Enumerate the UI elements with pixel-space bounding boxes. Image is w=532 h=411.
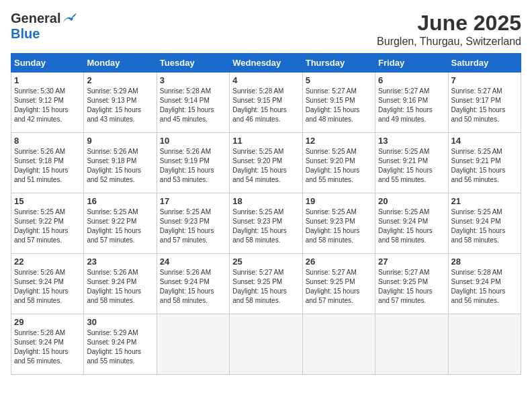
header: General Blue June 2025 Burglen, Thurgau,… — [11, 11, 521, 48]
table-row: 12Sunrise: 5:25 AM Sunset: 9:20 PM Dayli… — [302, 133, 375, 193]
day-number: 5 — [306, 75, 372, 85]
day-number: 1 — [14, 75, 81, 85]
day-number: 19 — [306, 196, 372, 206]
day-info: Sunrise: 5:25 AM Sunset: 9:24 PM Dayligh… — [451, 208, 518, 245]
table-row: 8Sunrise: 5:26 AM Sunset: 9:18 PM Daylig… — [11, 133, 84, 193]
day-info: Sunrise: 5:28 AM Sunset: 9:24 PM Dayligh… — [451, 268, 518, 306]
table-row: 26Sunrise: 5:27 AM Sunset: 9:25 PM Dayli… — [302, 254, 375, 314]
day-info: Sunrise: 5:27 AM Sunset: 9:25 PM Dayligh… — [378, 268, 445, 306]
day-info: Sunrise: 5:27 AM Sunset: 9:25 PM Dayligh… — [306, 268, 372, 306]
table-row: 2Sunrise: 5:29 AM Sunset: 9:13 PM Daylig… — [84, 73, 157, 133]
day-number: 27 — [378, 257, 445, 267]
day-number: 23 — [87, 257, 153, 267]
table-row — [230, 314, 302, 375]
header-friday: Friday — [375, 54, 448, 73]
day-info: Sunrise: 5:28 AM Sunset: 9:24 PM Dayligh… — [14, 328, 81, 366]
logo-bird-icon — [62, 13, 77, 25]
table-row: 13Sunrise: 5:25 AM Sunset: 9:21 PM Dayli… — [375, 133, 448, 193]
header-tuesday: Tuesday — [157, 54, 229, 73]
day-info: Sunrise: 5:25 AM Sunset: 9:23 PM Dayligh… — [306, 208, 372, 245]
table-row — [375, 314, 448, 375]
table-row: 11Sunrise: 5:25 AM Sunset: 9:20 PM Dayli… — [230, 133, 302, 193]
day-info: Sunrise: 5:27 AM Sunset: 9:25 PM Dayligh… — [232, 268, 299, 306]
table-row: 9Sunrise: 5:26 AM Sunset: 9:18 PM Daylig… — [84, 133, 157, 193]
day-number: 13 — [378, 136, 445, 146]
day-number: 12 — [306, 136, 372, 146]
day-number: 11 — [232, 136, 299, 146]
day-info: Sunrise: 5:27 AM Sunset: 9:16 PM Dayligh… — [378, 87, 445, 124]
weekday-header-row: Sunday Monday Tuesday Wednesday Thursday… — [11, 54, 521, 73]
table-row — [157, 314, 229, 375]
table-row: 28Sunrise: 5:28 AM Sunset: 9:24 PM Dayli… — [448, 254, 521, 314]
table-row: 15Sunrise: 5:25 AM Sunset: 9:22 PM Dayli… — [11, 193, 84, 254]
table-row: 19Sunrise: 5:25 AM Sunset: 9:23 PM Dayli… — [302, 193, 375, 254]
header-sunday: Sunday — [11, 54, 84, 73]
day-info: Sunrise: 5:26 AM Sunset: 9:24 PM Dayligh… — [160, 268, 226, 306]
table-row: 5Sunrise: 5:27 AM Sunset: 9:15 PM Daylig… — [302, 73, 375, 133]
day-info: Sunrise: 5:25 AM Sunset: 9:23 PM Dayligh… — [160, 208, 226, 245]
day-number: 6 — [378, 75, 445, 85]
day-info: Sunrise: 5:25 AM Sunset: 9:22 PM Dayligh… — [14, 208, 81, 245]
calendar-week-row: 22Sunrise: 5:26 AM Sunset: 9:24 PM Dayli… — [11, 254, 521, 314]
day-number: 20 — [378, 196, 445, 206]
day-number: 14 — [451, 136, 518, 146]
day-info: Sunrise: 5:25 AM Sunset: 9:21 PM Dayligh… — [451, 147, 518, 185]
table-row — [302, 314, 375, 375]
day-number: 16 — [87, 196, 153, 206]
day-info: Sunrise: 5:26 AM Sunset: 9:19 PM Dayligh… — [160, 147, 226, 185]
day-info: Sunrise: 5:25 AM Sunset: 9:21 PM Dayligh… — [378, 147, 445, 185]
calendar-week-row: 8Sunrise: 5:26 AM Sunset: 9:18 PM Daylig… — [11, 133, 521, 193]
title-area: June 2025 Burglen, Thurgau, Switzerland — [377, 11, 521, 48]
calendar-week-row: 29Sunrise: 5:28 AM Sunset: 9:24 PM Dayli… — [11, 314, 521, 375]
location-subtitle: Burglen, Thurgau, Switzerland — [377, 36, 521, 48]
day-info: Sunrise: 5:26 AM Sunset: 9:18 PM Dayligh… — [87, 147, 153, 185]
day-info: Sunrise: 5:29 AM Sunset: 9:24 PM Dayligh… — [87, 328, 153, 366]
logo: General Blue — [11, 11, 77, 42]
table-row: 6Sunrise: 5:27 AM Sunset: 9:16 PM Daylig… — [375, 73, 448, 133]
header-wednesday: Wednesday — [230, 54, 302, 73]
day-number: 17 — [160, 196, 226, 206]
day-info: Sunrise: 5:26 AM Sunset: 9:24 PM Dayligh… — [87, 268, 153, 306]
table-row: 24Sunrise: 5:26 AM Sunset: 9:24 PM Dayli… — [157, 254, 229, 314]
table-row: 16Sunrise: 5:25 AM Sunset: 9:22 PM Dayli… — [84, 193, 157, 254]
day-number: 21 — [451, 196, 518, 206]
day-number: 22 — [14, 257, 81, 267]
month-year-title: June 2025 — [377, 11, 521, 36]
logo-blue: Blue — [11, 26, 40, 41]
day-number: 28 — [451, 257, 518, 267]
day-info: Sunrise: 5:25 AM Sunset: 9:24 PM Dayligh… — [378, 208, 445, 245]
header-saturday: Saturday — [448, 54, 521, 73]
day-info: Sunrise: 5:25 AM Sunset: 9:22 PM Dayligh… — [87, 208, 153, 245]
table-row — [448, 314, 521, 375]
header-monday: Monday — [84, 54, 157, 73]
table-row: 21Sunrise: 5:25 AM Sunset: 9:24 PM Dayli… — [448, 193, 521, 254]
table-row: 1Sunrise: 5:30 AM Sunset: 9:12 PM Daylig… — [11, 73, 84, 133]
day-info: Sunrise: 5:28 AM Sunset: 9:15 PM Dayligh… — [232, 87, 299, 124]
table-row: 10Sunrise: 5:26 AM Sunset: 9:19 PM Dayli… — [157, 133, 229, 193]
logo-general: General — [11, 11, 60, 26]
table-row: 22Sunrise: 5:26 AM Sunset: 9:24 PM Dayli… — [11, 254, 84, 314]
header-thursday: Thursday — [302, 54, 375, 73]
day-number: 8 — [14, 136, 81, 146]
day-number: 15 — [14, 196, 81, 206]
day-number: 29 — [14, 317, 81, 327]
table-row: 3Sunrise: 5:28 AM Sunset: 9:14 PM Daylig… — [157, 73, 229, 133]
day-number: 30 — [87, 317, 153, 327]
table-row: 20Sunrise: 5:25 AM Sunset: 9:24 PM Dayli… — [375, 193, 448, 254]
day-info: Sunrise: 5:26 AM Sunset: 9:18 PM Dayligh… — [14, 147, 81, 185]
day-info: Sunrise: 5:25 AM Sunset: 9:20 PM Dayligh… — [306, 147, 372, 185]
day-number: 10 — [160, 136, 226, 146]
day-number: 2 — [87, 75, 153, 85]
calendar-week-row: 1Sunrise: 5:30 AM Sunset: 9:12 PM Daylig… — [11, 73, 521, 133]
day-info: Sunrise: 5:27 AM Sunset: 9:15 PM Dayligh… — [306, 87, 372, 124]
day-number: 18 — [232, 196, 299, 206]
table-row: 18Sunrise: 5:25 AM Sunset: 9:23 PM Dayli… — [230, 193, 302, 254]
day-info: Sunrise: 5:28 AM Sunset: 9:14 PM Dayligh… — [160, 87, 226, 124]
day-info: Sunrise: 5:25 AM Sunset: 9:20 PM Dayligh… — [232, 147, 299, 185]
day-number: 25 — [232, 257, 299, 267]
day-number: 3 — [160, 75, 226, 85]
day-info: Sunrise: 5:26 AM Sunset: 9:24 PM Dayligh… — [14, 268, 81, 306]
day-info: Sunrise: 5:29 AM Sunset: 9:13 PM Dayligh… — [87, 87, 153, 124]
table-row: 30Sunrise: 5:29 AM Sunset: 9:24 PM Dayli… — [84, 314, 157, 375]
table-row: 17Sunrise: 5:25 AM Sunset: 9:23 PM Dayli… — [157, 193, 229, 254]
